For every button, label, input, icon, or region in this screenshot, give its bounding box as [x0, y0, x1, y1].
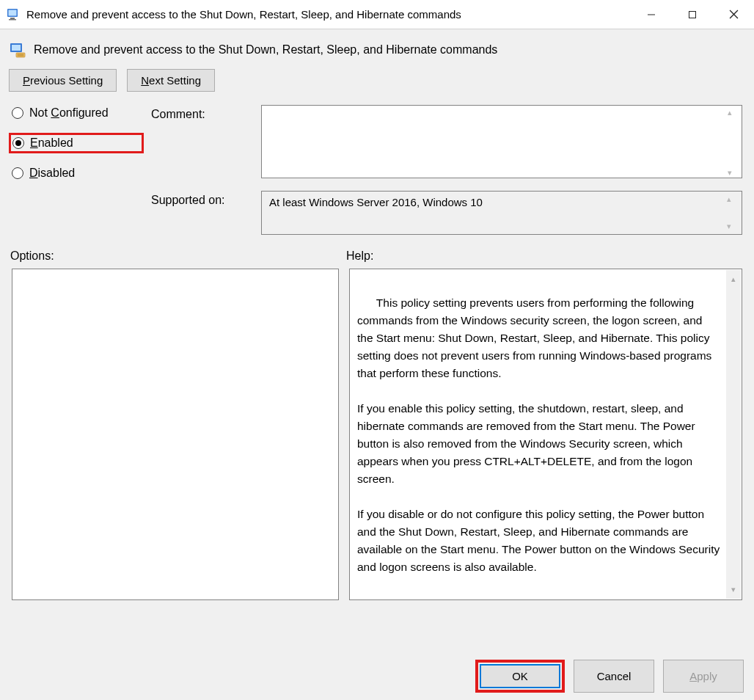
radio-enabled[interactable]: Enabled [12, 136, 137, 150]
options-label: Options: [10, 249, 346, 263]
policy-icon [9, 41, 26, 59]
nav-buttons: Previous Setting Next Setting [7, 69, 747, 105]
svg-rect-2 [10, 18, 15, 19]
apply-button[interactable]: Apply [663, 660, 744, 693]
caption-controls [631, 0, 754, 29]
supported-on-text: At least Windows Server 2016, Windows 10 [269, 196, 483, 208]
help-panel: This policy setting prevents users from … [349, 269, 742, 600]
svg-rect-3 [9, 19, 16, 21]
cancel-button[interactable]: Cancel [574, 660, 654, 693]
scroll-hint-icon: ▴▾ [727, 194, 740, 231]
ok-button[interactable]: OK [480, 664, 560, 688]
next-setting-button[interactable]: Next Setting [127, 69, 215, 92]
scroll-down-icon: ▾ [731, 583, 736, 596]
policy-title: Remove and prevent access to the Shut Do… [34, 43, 497, 56]
settings-grid: Not Configured Enabled Disabled Comment:… [7, 105, 747, 235]
radio-icon [12, 167, 23, 179]
client-area: Remove and prevent access to the Shut Do… [0, 29, 754, 700]
previous-setting-button[interactable]: Previous Setting [9, 69, 117, 92]
radio-label: Enabled [30, 136, 73, 150]
radio-disabled[interactable]: Disabled [12, 167, 144, 180]
ok-highlight: OK [475, 660, 565, 693]
radio-not-configured[interactable]: Not Configured [12, 106, 144, 120]
dialog-footer: OK Cancel Apply [475, 660, 744, 693]
enabled-highlight: Enabled [9, 133, 144, 153]
radio-icon [12, 107, 23, 119]
gpedit-icon [6, 7, 21, 22]
scroll-up-icon: ▴ [731, 273, 736, 285]
svg-rect-10 [16, 53, 25, 57]
window-title: Remove and prevent access to the Shut Do… [26, 8, 631, 21]
section-labels: Options: Help: [7, 235, 747, 269]
radio-label: Disabled [29, 167, 75, 180]
scrollbar[interactable]: ▴▾ [726, 270, 741, 599]
state-radio-group: Not Configured Enabled Disabled [12, 105, 144, 180]
comment-input[interactable] [261, 105, 742, 178]
comment-label: Comment: [151, 105, 254, 121]
svg-rect-9 [12, 45, 21, 51]
panels: This policy setting prevents users from … [7, 269, 747, 600]
titlebar: Remove and prevent access to the Shut Do… [0, 0, 754, 29]
help-text: This policy setting prevents users from … [357, 296, 723, 573]
svg-rect-5 [689, 11, 696, 18]
minimize-button[interactable] [631, 0, 672, 29]
supported-on-value: At least Windows Server 2016, Windows 10… [261, 191, 742, 235]
supported-on-label: Supported on: [151, 191, 254, 207]
maximize-button[interactable] [672, 0, 713, 29]
header-row: Remove and prevent access to the Shut Do… [7, 37, 747, 69]
svg-rect-1 [9, 10, 17, 15]
help-label: Help: [346, 249, 373, 263]
radio-label: Not Configured [29, 106, 109, 120]
options-panel [12, 269, 339, 600]
radio-icon [12, 137, 24, 149]
close-button[interactable] [713, 0, 754, 29]
